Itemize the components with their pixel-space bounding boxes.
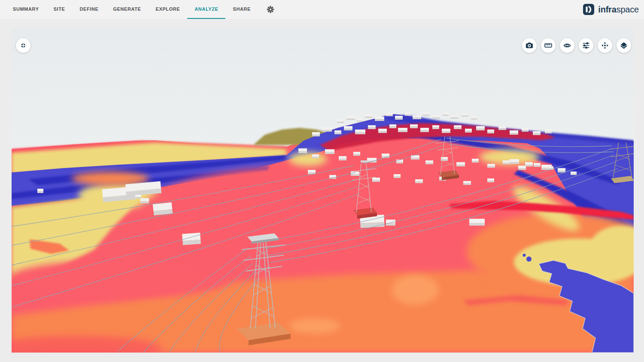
fit-view-button[interactable] bbox=[16, 38, 30, 53]
building bbox=[518, 166, 526, 170]
building bbox=[545, 130, 552, 133]
building bbox=[415, 179, 423, 183]
building bbox=[339, 156, 346, 160]
building bbox=[510, 130, 518, 135]
building bbox=[503, 160, 510, 164]
building bbox=[353, 152, 360, 156]
building bbox=[472, 159, 479, 163]
building bbox=[386, 113, 393, 116]
building bbox=[378, 129, 387, 133]
building bbox=[571, 172, 577, 175]
building bbox=[398, 128, 407, 132]
building bbox=[454, 125, 462, 129]
building bbox=[510, 159, 519, 164]
move-arrows-icon bbox=[601, 42, 609, 49]
brand-name-bold: infra bbox=[598, 5, 616, 14]
brand-logo: infraspace bbox=[583, 0, 639, 19]
building bbox=[365, 114, 372, 118]
building bbox=[469, 219, 485, 226]
sliders-icon bbox=[582, 42, 590, 49]
building bbox=[423, 112, 430, 116]
building bbox=[153, 202, 173, 215]
building bbox=[425, 160, 433, 164]
building bbox=[420, 128, 429, 132]
building bbox=[312, 154, 319, 158]
building bbox=[312, 132, 320, 136]
display-settings-button[interactable] bbox=[579, 38, 593, 53]
map-toolbar bbox=[522, 38, 631, 53]
building bbox=[487, 164, 495, 168]
building bbox=[541, 165, 552, 170]
infraspace-logo-icon bbox=[583, 4, 594, 15]
building bbox=[355, 130, 365, 134]
eye-icon bbox=[563, 42, 571, 49]
building bbox=[471, 116, 477, 120]
building bbox=[432, 115, 440, 119]
building bbox=[372, 178, 380, 182]
building bbox=[442, 129, 450, 133]
building bbox=[344, 126, 352, 130]
measure-button[interactable] bbox=[541, 38, 556, 53]
building bbox=[375, 117, 384, 121]
pan-button[interactable] bbox=[598, 38, 612, 53]
building bbox=[368, 125, 376, 129]
tab-summary[interactable]: SUMMARY bbox=[6, 0, 46, 19]
visibility-button[interactable] bbox=[560, 38, 574, 53]
building bbox=[498, 126, 506, 130]
building bbox=[413, 115, 421, 119]
building bbox=[463, 181, 471, 185]
building bbox=[367, 158, 377, 163]
layers-button[interactable] bbox=[617, 38, 631, 53]
building bbox=[522, 128, 529, 132]
building bbox=[476, 126, 485, 130]
gear-icon bbox=[267, 6, 274, 13]
building bbox=[351, 172, 359, 176]
tab-define[interactable]: DEFINE bbox=[72, 0, 106, 19]
building bbox=[410, 124, 418, 128]
building bbox=[443, 112, 449, 116]
map-3d-viewport[interactable] bbox=[12, 28, 634, 353]
building bbox=[135, 195, 141, 199]
building bbox=[487, 130, 494, 133]
camera-icon bbox=[526, 42, 533, 49]
building bbox=[346, 116, 355, 120]
tab-analyze[interactable]: ANALYZE bbox=[187, 0, 225, 19]
building bbox=[456, 162, 465, 166]
settings-button[interactable] bbox=[267, 0, 274, 19]
tab-explore[interactable]: EXPLORE bbox=[149, 0, 188, 19]
layers-icon bbox=[620, 42, 628, 49]
building bbox=[405, 112, 411, 116]
building bbox=[357, 118, 363, 122]
brand-name-light: space bbox=[617, 5, 639, 14]
building bbox=[334, 130, 341, 134]
compress-arrows-icon bbox=[19, 42, 27, 49]
building bbox=[432, 125, 439, 129]
building bbox=[382, 154, 389, 158]
building bbox=[558, 168, 565, 172]
building bbox=[450, 115, 458, 119]
brand-name: infraspace bbox=[598, 5, 639, 15]
building bbox=[325, 149, 334, 154]
ruler-icon bbox=[544, 42, 552, 49]
building bbox=[322, 127, 332, 132]
building bbox=[462, 113, 468, 117]
building bbox=[525, 162, 533, 166]
building bbox=[37, 189, 43, 193]
tab-generate[interactable]: GENERATE bbox=[106, 0, 148, 19]
building bbox=[487, 178, 494, 182]
top-nav-bar: SUMMARY SITE DEFINE GENERATE EXPLORE ANA… bbox=[0, 0, 644, 19]
screenshot-button[interactable] bbox=[522, 38, 537, 53]
building bbox=[337, 119, 344, 123]
building bbox=[534, 163, 541, 167]
tab-site[interactable]: SITE bbox=[46, 0, 73, 19]
building bbox=[389, 124, 396, 128]
building bbox=[140, 198, 149, 203]
map-3d-scene bbox=[12, 28, 634, 353]
building bbox=[533, 131, 541, 135]
building bbox=[465, 129, 472, 133]
building bbox=[394, 174, 401, 178]
nav-tabs: SUMMARY SITE DEFINE GENERATE EXPLORE ANA… bbox=[6, 0, 258, 19]
tab-share[interactable]: SHARE bbox=[225, 0, 258, 19]
building bbox=[298, 148, 307, 153]
heatmap-terrain bbox=[12, 114, 634, 353]
